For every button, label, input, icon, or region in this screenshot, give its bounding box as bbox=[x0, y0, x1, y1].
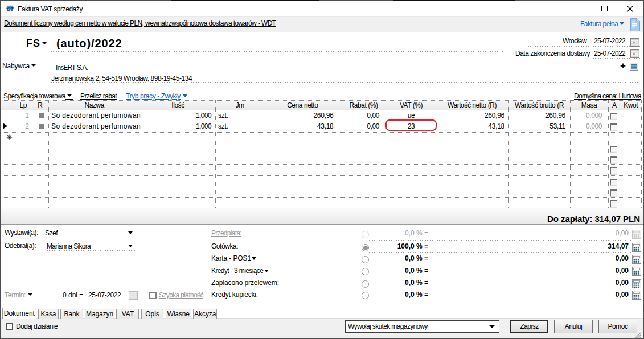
svg-text:GT: GT bbox=[7, 6, 14, 12]
